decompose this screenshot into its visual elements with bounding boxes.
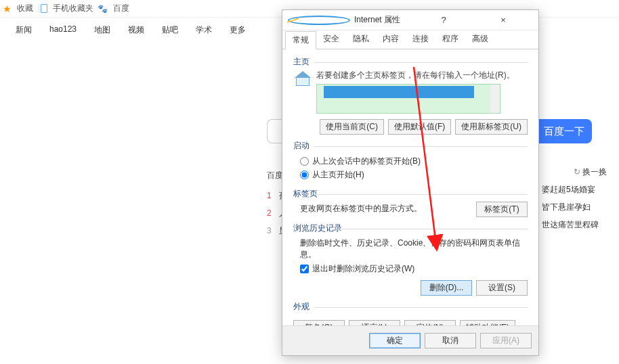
tabs-desc: 更改网页在标签页中的显示方式。 xyxy=(300,203,422,214)
appearance-legend: 外观 xyxy=(293,301,528,315)
startup-last-session[interactable]: 从上次会话中的标签页开始(B) xyxy=(300,156,528,167)
homepage-textarea[interactable] xyxy=(316,84,500,114)
text-selection xyxy=(324,86,474,98)
homepage-group: 主页 若要创建多个主页标签页，请在每行输入一个地址(R)。 使用当前页(C) 使… xyxy=(293,56,528,135)
tabs-button[interactable]: 标签页(T) xyxy=(476,202,528,217)
nav-map[interactable]: 地图 xyxy=(94,24,110,36)
refresh-link[interactable]: ↻ 换一换 xyxy=(574,166,607,178)
fav-link[interactable]: 收藏 xyxy=(17,3,33,14)
close-button[interactable]: × xyxy=(473,15,533,25)
baidu-paw-icon: 🐾 xyxy=(98,4,108,14)
nav-more[interactable]: 更多 xyxy=(230,24,246,36)
scrollbar[interactable] xyxy=(490,85,500,114)
nav-hao123[interactable]: hao123 xyxy=(49,24,77,36)
home-icon xyxy=(293,70,312,87)
tab-programs[interactable]: 程序 xyxy=(435,30,465,49)
phone-icon xyxy=(41,4,47,13)
history-group: 浏览历史记录 删除临时文件、历史记录、Cookie、保存的密码和网页表单信息。 … xyxy=(293,223,528,296)
apply-button[interactable]: 应用(A) xyxy=(480,333,532,348)
help-button[interactable]: ? xyxy=(414,15,473,25)
mobile-fav-link[interactable]: 手机收藏夹 xyxy=(53,3,93,14)
history-desc: 删除临时文件、历史记录、Cookie、保存的密码和网页表单信息。 xyxy=(300,237,528,260)
tab-connect[interactable]: 连接 xyxy=(406,30,435,49)
tab-privacy[interactable]: 隐私 xyxy=(346,30,376,49)
titlebar[interactable]: Internet 属性 ? × xyxy=(282,10,538,30)
use-newtab-button[interactable]: 使用新标签页(U) xyxy=(455,119,528,135)
tab-advanced[interactable]: 高级 xyxy=(465,30,495,49)
separator xyxy=(39,5,39,13)
tab-content[interactable]: 内容 xyxy=(376,30,406,49)
homepage-legend: 主页 xyxy=(293,56,528,70)
history-legend: 浏览历史记录 xyxy=(293,223,528,236)
internet-properties-dialog: Internet 属性 ? × 常规 安全 隐私 内容 连接 程序 高级 主页 … xyxy=(282,9,539,356)
hot-title: 百度 xyxy=(267,170,283,181)
use-current-button[interactable]: 使用当前页(C) xyxy=(320,119,384,135)
ie-icon xyxy=(288,16,350,25)
dialog-title: Internet 属性 xyxy=(354,14,414,26)
startup-homepage[interactable]: 从主页开始(H) xyxy=(300,169,528,181)
cancel-button[interactable]: 取消 xyxy=(425,333,476,348)
baidu-link[interactable]: 百度 xyxy=(113,3,129,14)
nav-news[interactable]: 新闻 xyxy=(16,24,32,36)
hot-item[interactable]: 皆下悬崖孕妇 xyxy=(542,202,599,219)
delete-button[interactable]: 删除(D)... xyxy=(421,280,472,296)
hot-item[interactable]: 婆赶超5场婚宴 xyxy=(542,184,599,202)
settings-button[interactable]: 设置(S) xyxy=(476,280,528,296)
search-button[interactable]: 百度一下 xyxy=(536,119,592,143)
ok-button[interactable]: 确定 xyxy=(369,333,421,348)
star-icon: ★ xyxy=(3,3,12,14)
tabs-group: 标签页 更改网页在标签页中的显示方式。 标签页(T) xyxy=(293,188,528,217)
tab-strip: 常规 安全 隐私 内容 连接 程序 高级 xyxy=(282,30,538,49)
use-default-button[interactable]: 使用默认值(F) xyxy=(388,119,451,135)
tabs-legend: 标签页 xyxy=(293,188,528,202)
dialog-footer: 确定 取消 应用(A) xyxy=(282,325,538,355)
tab-general[interactable]: 常规 xyxy=(285,31,316,49)
hot-item[interactable]: 世达痛苦里程碑 xyxy=(542,219,599,237)
homepage-desc: 若要创建多个主页标签页，请在每行输入一个地址(R)。 xyxy=(316,70,515,81)
startup-group: 启动 从上次会话中的标签页开始(B) 从主页开始(H) xyxy=(293,140,528,183)
startup-legend: 启动 xyxy=(293,140,528,154)
nav-video[interactable]: 视频 xyxy=(128,24,144,36)
nav-tieba[interactable]: 贴吧 xyxy=(162,24,178,36)
hot-right-column: 婆赶超5场婚宴 皆下悬崖孕妇 世达痛苦里程碑 xyxy=(542,184,599,237)
nav-xueshu[interactable]: 学术 xyxy=(196,24,212,36)
tab-security[interactable]: 安全 xyxy=(316,30,346,49)
delete-on-exit-checkbox[interactable]: 退出时删除浏览历史记录(W) xyxy=(300,263,528,275)
